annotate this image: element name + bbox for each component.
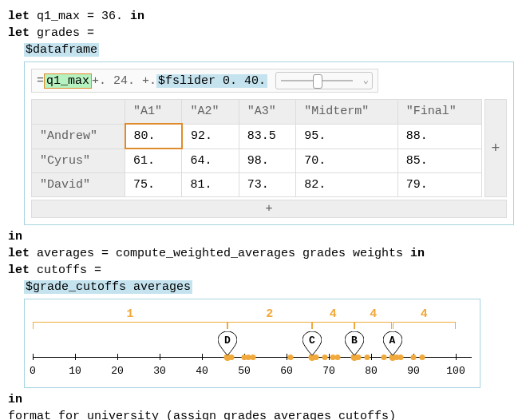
fslider-macro[interactable]: $fslider 0. 40. [156, 74, 267, 88]
axis-tick [75, 354, 76, 360]
axis-tick [456, 354, 457, 360]
axis-tick-label: 50 [238, 365, 251, 377]
axis-tick-label: 70 [322, 365, 335, 377]
grade-pin-d[interactable]: D [218, 331, 237, 355]
cell[interactable]: 95. [296, 124, 398, 149]
keyword-let: let [8, 10, 30, 23]
data-point [381, 355, 386, 360]
keyword-let: let [8, 26, 30, 40]
range-count-label: 4 [421, 307, 428, 321]
slider-thumb[interactable] [313, 74, 322, 89]
axis-tick-label: 60 [280, 365, 293, 377]
data-point [398, 355, 404, 360]
data-point [288, 355, 294, 360]
col-header[interactable]: "A3" [239, 100, 295, 125]
keyword-in: in [130, 10, 144, 23]
keyword-in: in [410, 247, 425, 260]
code-text: cutoffs = [30, 263, 101, 277]
code-text: averages = compute_weighted_averages gra… [30, 247, 410, 260]
code-text: format_for_university (assign_grades ave… [8, 410, 396, 420]
axis-tick [160, 354, 160, 360]
formula-mid: +. 24. +. [92, 74, 156, 88]
dataframe-widget: = q1_max +. 24. +. $fslider 0. 40. ⌄ "A1… [24, 61, 514, 225]
col-header[interactable]: "Midterm" [296, 100, 398, 125]
range-count-label: 4 [330, 307, 337, 321]
range-count-label: 4 [370, 307, 377, 321]
code-line-2: let grades = [8, 25, 510, 42]
cell[interactable]: 85. [397, 149, 481, 173]
col-header[interactable]: "Final" [397, 100, 481, 125]
formula-eq: = [37, 74, 44, 88]
slider-widget[interactable]: ⌄ [275, 72, 373, 89]
code-line-1: let q1_max = 36. in [8, 8, 510, 25]
cell[interactable]: 75. [125, 173, 182, 197]
axis-tick-label: 0 [30, 365, 36, 377]
axis-tick-label: 20 [111, 365, 124, 377]
range-count-label: 2 [266, 307, 273, 321]
cell[interactable]: 82. [296, 173, 398, 197]
corner-cell [32, 100, 125, 125]
code-line-cutoffs-macro: $grade_cutoffs averages [8, 279, 510, 295]
add-column-button[interactable]: + [484, 99, 507, 197]
cell[interactable]: 61. [125, 149, 182, 173]
range-count-label: 1 [126, 307, 133, 321]
axis-tick [117, 354, 118, 360]
add-row-button[interactable]: + [31, 200, 507, 218]
axis-tick-label: 40 [196, 365, 208, 377]
keyword-in-line: in [8, 228, 510, 245]
col-header[interactable]: "A1" [125, 100, 182, 125]
cell[interactable]: 64. [182, 149, 239, 173]
range-bracket [393, 322, 457, 329]
keyword-let: let [8, 247, 30, 260]
cell[interactable]: 88. [397, 124, 481, 149]
row-header[interactable]: "Andrew" [32, 124, 125, 149]
formula-q1max-ref[interactable]: q1_max [44, 73, 92, 89]
dataframe-macro[interactable]: $dataframe [24, 43, 99, 57]
data-point [364, 355, 370, 360]
code-text: grades = [30, 26, 94, 40]
grade-pin-a[interactable]: A [383, 331, 402, 355]
cell[interactable]: 70. [296, 149, 398, 173]
cell[interactable]: 92. [182, 124, 239, 149]
keyword-in: in [8, 230, 22, 244]
cell-formula-box: = q1_max +. 24. +. $fslider 0. 40. ⌄ [31, 69, 378, 93]
axis-tick [33, 354, 34, 360]
cell[interactable]: 80. [125, 124, 182, 149]
row-header[interactable]: "David" [32, 173, 125, 197]
data-point [250, 355, 255, 360]
range-bracket [33, 322, 227, 329]
code-line-3: $dataframe [8, 42, 510, 58]
range-bracket [312, 322, 354, 329]
cell[interactable]: 83.5 [239, 124, 295, 149]
range-bracket [227, 322, 312, 329]
code-line-final: format_for_university (assign_grades ave… [8, 408, 510, 420]
data-point [419, 355, 425, 360]
axis-tick-label: 100 [446, 365, 465, 377]
code-line-averages: let averages = compute_weighted_averages… [8, 245, 510, 262]
range-bracket [354, 322, 393, 329]
col-header[interactable]: "A2" [182, 100, 239, 125]
cell[interactable]: 81. [182, 173, 239, 197]
table-row: "David"75.81.73.82.79. [32, 173, 482, 197]
table-row: "Cyrus"61.64.98.70.85. [32, 149, 482, 173]
chevron-down-icon[interactable]: ⌄ [363, 74, 369, 86]
keyword-in: in [8, 393, 22, 406]
code-line-cutoffs: let cutoffs = [8, 262, 510, 279]
grade-cutoffs-macro[interactable]: $grade_cutoffs averages [24, 280, 192, 294]
keyword-let: let [8, 263, 30, 277]
keyword-in-line: in [8, 391, 510, 408]
cell[interactable]: 73. [239, 173, 295, 197]
data-point [411, 355, 417, 360]
axis-tick-label: 80 [365, 365, 378, 377]
axis-tick-label: 10 [69, 365, 81, 377]
code-text: q1_max = 36. [30, 10, 130, 23]
axis-tick-label: 90 [407, 365, 420, 377]
cell[interactable]: 98. [239, 149, 295, 173]
dataframe-table: "A1" "A2" "A3" "Midterm" "Final" "Andrew… [31, 99, 482, 197]
row-header[interactable]: "Cyrus" [32, 149, 125, 173]
axis-tick [371, 354, 372, 360]
grade-pin-b[interactable]: B [345, 331, 364, 355]
grade-pin-c[interactable]: C [302, 331, 322, 355]
cell[interactable]: 79. [397, 173, 481, 197]
data-point [334, 355, 340, 360]
